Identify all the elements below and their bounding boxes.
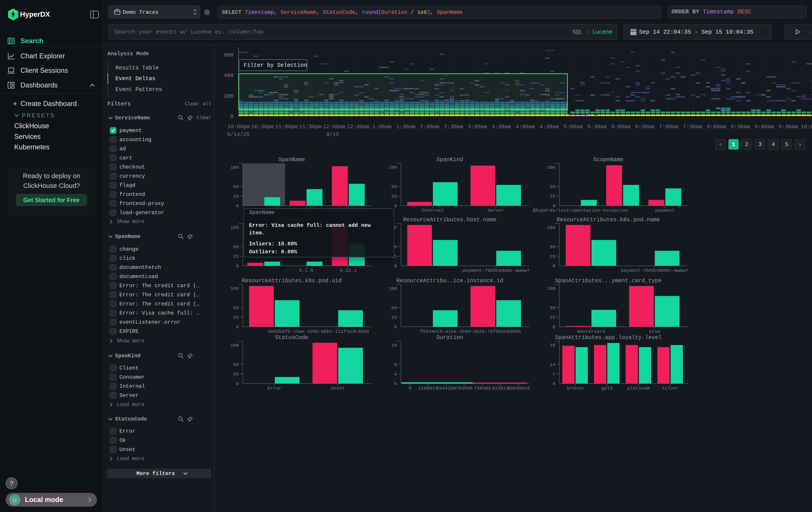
svg-text:12:30am: 12:30am — [347, 124, 369, 130]
svg-text:8: 8 — [394, 362, 397, 367]
svg-text:0: 0 — [236, 204, 239, 209]
svg-text:6:30am: 6:30am — [635, 124, 655, 130]
svg-text:5:00am: 5:00am — [563, 124, 583, 130]
svg-text:400: 400 — [224, 73, 233, 79]
svg-text:25: 25 — [550, 254, 555, 259]
svg-text:3:30am: 3:30am — [492, 124, 511, 130]
svg-text:ScopeName: ScopeName — [593, 157, 623, 163]
svg-text:ResourceAttribu..ice.instance.: ResourceAttribu..ice.instance.id — [397, 277, 503, 284]
svg-text:9:00am: 9:00am — [755, 124, 774, 130]
svg-text:822013: 822013 — [492, 386, 509, 391]
svg-text:50: 50 — [391, 305, 397, 311]
svg-text:5:30am: 5:30am — [587, 124, 607, 130]
svg-text:StatusCode: StatusCode — [275, 334, 309, 341]
svg-text:9/14/25: 9/14/25 — [227, 132, 250, 138]
svg-text:6:00am: 6:00am — [611, 124, 630, 130]
svg-text:25: 25 — [391, 315, 397, 320]
svg-text:100: 100 — [547, 286, 555, 291]
svg-text:7:30am: 7:30am — [683, 124, 702, 130]
svg-text:0: 0 — [394, 381, 397, 386]
svg-text:payment-7985c8969c-mwmw7: payment-7985c8969c-mwmw7 — [462, 268, 529, 273]
svg-text:payment: payment — [655, 208, 675, 213]
svg-text:99930810: 99930810 — [508, 386, 530, 391]
svg-text:0.1.0: 0.1.0 — [299, 268, 313, 273]
svg-text:200: 200 — [224, 93, 233, 99]
svg-text:0: 0 — [236, 325, 239, 330]
svg-text:ResourceAttributes.k8s.pod.uid: ResourceAttributes.k8s.pod.uid — [242, 277, 342, 284]
svg-text:50: 50 — [391, 184, 397, 189]
svg-text:0: 0 — [236, 381, 239, 386]
svg-text:0: 0 — [394, 204, 397, 209]
svg-text:4: 4 — [394, 372, 397, 377]
svg-text:10:30pm: 10:30pm — [251, 124, 274, 130]
svg-text:payment-7985c8969c-mwmw7: payment-7985c8969c-mwmw7 — [621, 268, 688, 273]
svg-text:11:30pm: 11:30pm — [299, 124, 321, 130]
svg-text:100: 100 — [547, 225, 555, 230]
svg-text:100: 100 — [230, 286, 239, 291]
svg-text:4:00am: 4:00am — [516, 124, 535, 130]
svg-text:0: 0 — [553, 381, 555, 386]
svg-text:25: 25 — [233, 315, 239, 320]
svg-text:0: 0 — [553, 325, 555, 330]
svg-text:Internal: Internal — [421, 208, 444, 213]
svg-text:visa: visa — [649, 329, 660, 334]
svg-text:Error: Error — [267, 386, 282, 391]
svg-text:0: 0 — [408, 386, 411, 391]
svg-text:SpanName: SpanName — [279, 157, 305, 163]
svg-text:50: 50 — [233, 305, 239, 311]
svg-text:5e02b5fb-13ae-4296-bbbc-111f42: 5e02b5fb-13ae-4296-bbbc-111f423c460d — [268, 329, 369, 334]
svg-text:28: 28 — [550, 343, 555, 348]
svg-text:100: 100 — [230, 165, 239, 170]
svg-text:0: 0 — [553, 264, 555, 269]
svg-text:Server: Server — [488, 208, 504, 213]
svg-text:50: 50 — [233, 184, 239, 189]
svg-text:16: 16 — [391, 343, 397, 348]
svg-text:2944180: 2944180 — [436, 386, 456, 391]
svg-text:silver: silver — [662, 386, 679, 391]
svg-text:platinum: platinum — [628, 386, 650, 391]
svg-text:100: 100 — [230, 225, 239, 230]
svg-text:SpanKind: SpanKind — [436, 157, 463, 163]
svg-text:SpanAttributes...yment.card_ty: SpanAttributes...yment.card_type — [555, 277, 662, 284]
svg-text:50: 50 — [550, 305, 555, 311]
svg-text:1:00am: 1:00am — [372, 124, 392, 130]
svg-text:10:00pm: 10:00pm — [228, 124, 250, 130]
svg-text:25: 25 — [550, 315, 555, 320]
svg-text:100: 100 — [388, 286, 397, 291]
svg-text:25: 25 — [233, 194, 239, 199]
svg-text:1:30am: 1:30am — [396, 124, 415, 130]
svg-text:600: 600 — [224, 52, 233, 58]
svg-text:25: 25 — [550, 194, 555, 199]
svg-text:8:30am: 8:30am — [731, 124, 750, 130]
svg-text:10:00am: 10:00am — [801, 124, 812, 130]
svg-text:759483: 759483 — [474, 386, 491, 391]
svg-text:50: 50 — [233, 244, 239, 249]
svg-text:0: 0 — [394, 264, 397, 269]
svg-text:2:30am: 2:30am — [444, 124, 463, 130]
svg-text:14: 14 — [550, 362, 555, 367]
svg-text:7:00am: 7:00am — [659, 124, 678, 130]
svg-text:bronze: bronze — [567, 386, 584, 391]
svg-text:@hyperdx/instrumentation-excep: @hyperdx/instrumentation-exception — [533, 208, 628, 213]
svg-text:9/15: 9/15 — [326, 132, 339, 138]
svg-text:703098: 703098 — [456, 386, 473, 391]
svg-text:100: 100 — [388, 165, 397, 170]
svg-text:12:00am: 12:00am — [323, 124, 345, 130]
svg-text:0: 0 — [236, 264, 239, 269]
svg-text:7: 7 — [553, 372, 555, 377]
svg-text:25: 25 — [233, 372, 239, 377]
svg-text:1198813: 1198813 — [418, 386, 438, 391]
svg-text:ResourceAttributes.host.name: ResourceAttributes.host.name — [403, 217, 496, 223]
svg-text:mastercard: mastercard — [577, 329, 605, 334]
svg-text:0.51.1: 0.51.1 — [340, 268, 357, 273]
svg-text:Duration: Duration — [436, 334, 463, 341]
svg-text:50: 50 — [233, 362, 239, 367]
svg-text:50: 50 — [550, 184, 555, 189]
svg-text:SpanAttributes.app.loyalty.lev: SpanAttributes.app.loyalty.level — [555, 334, 662, 341]
svg-text:8:00am: 8:00am — [707, 124, 726, 130]
svg-text:100: 100 — [230, 343, 239, 348]
svg-text:Unset: Unset — [331, 386, 345, 391]
svg-text:25: 25 — [391, 194, 397, 199]
svg-text:gold: gold — [601, 386, 612, 391]
svg-text:11:00pm: 11:00pm — [275, 124, 298, 130]
